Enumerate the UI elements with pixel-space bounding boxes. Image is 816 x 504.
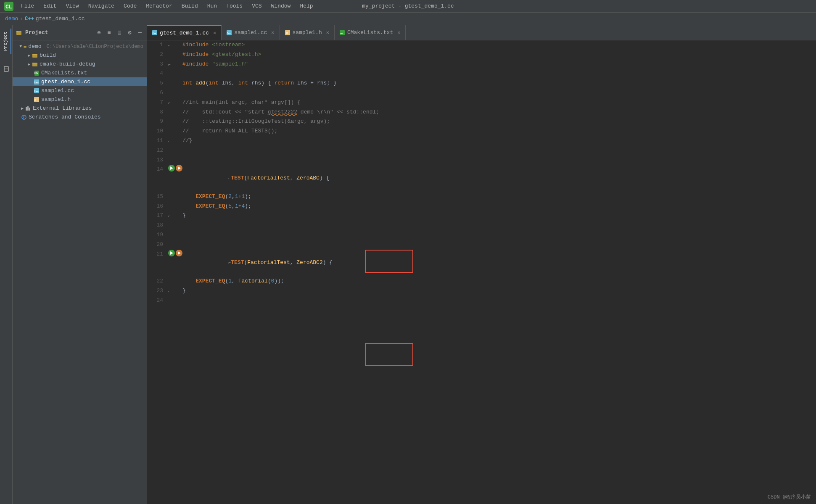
- gutter-4: [168, 69, 182, 79]
- code-line-13[interactable]: [182, 156, 816, 165]
- panel-icon-settings[interactable]: ⚙: [126, 28, 133, 37]
- code-line-8[interactable]: // std::cout << "start gtest2222 demo \r…: [182, 108, 816, 117]
- line-num-21: 21: [147, 250, 168, 277]
- include-file-gtest: <gtest/gtest.h>: [212, 51, 261, 58]
- tree-item-build[interactable]: ▶ build: [13, 51, 147, 60]
- code-line-1[interactable]: #include <iostream>: [182, 40, 816, 50]
- tab-close-sample1h[interactable]: ✕: [326, 29, 329, 36]
- tree-item-cmakelists[interactable]: CMk CMakeLists.txt: [13, 69, 147, 77]
- code-line-16[interactable]: EXPECT_EQ(5,1+4);: [182, 202, 816, 211]
- breadcrumb-project[interactable]: demo: [5, 16, 18, 22]
- tab-icon-gtest: C++: [152, 30, 157, 35]
- panel-icon-locate[interactable]: ⊕: [95, 28, 102, 37]
- fold-icon-17[interactable]: ⌐: [168, 214, 171, 219]
- code-line-12[interactable]: [182, 146, 816, 156]
- sidebar-icon-bookmark[interactable]: [1, 56, 11, 82]
- tab-cmakelists[interactable]: CMk CMakeLists.txt ✕: [335, 25, 406, 40]
- run-icon-green-21[interactable]: [168, 250, 175, 256]
- menu-tools[interactable]: Tools: [222, 2, 247, 10]
- code-line-24[interactable]: [182, 296, 816, 306]
- menu-navigate[interactable]: Navigate: [84, 2, 119, 10]
- code-line-9[interactable]: // ::testing::InitGoogleTest(&argc, argv…: [182, 117, 816, 127]
- line-num-16: 16: [147, 202, 168, 211]
- menu-refactor[interactable]: Refactor: [142, 2, 176, 10]
- menu-edit[interactable]: Edit: [39, 2, 61, 10]
- line-num-7: 7: [147, 98, 168, 108]
- svg-text:S: S: [23, 116, 24, 119]
- table-row: 3 ⌐ #include "sample1.h": [147, 60, 816, 69]
- code-line-17[interactable]: }: [182, 211, 816, 221]
- menu-vcs[interactable]: VCS: [248, 2, 266, 10]
- panel-icon-close[interactable]: ─: [137, 29, 143, 37]
- run-icons-21[interactable]: [168, 250, 182, 256]
- panel-icon-collapse[interactable]: ≡: [106, 29, 112, 37]
- kw-return: return: [274, 80, 294, 86]
- code-table: 1 ⌐ #include <iostream> 2 #include <gtes…: [147, 40, 816, 305]
- tab-close-sample1cc[interactable]: ✕: [271, 29, 274, 36]
- tree-item-demo-root[interactable]: ▼ demo C:\Users\dale\CLionProjects\demo: [13, 42, 147, 51]
- code-line-7[interactable]: //int main(int argc, char* argv[]) {: [182, 98, 816, 108]
- run-icon-orange-21[interactable]: [176, 250, 182, 256]
- menu-window[interactable]: Window: [267, 2, 295, 10]
- tree-item-cmakelists-label: CMakeLists.txt: [41, 70, 87, 76]
- tab-close-cmake[interactable]: ✕: [397, 29, 400, 36]
- table-row: 9 // ::testing::InitGoogleTest(&argc, ar…: [147, 117, 816, 127]
- menu-view[interactable]: View: [61, 2, 83, 10]
- sidebar-icon-project[interactable]: Project: [1, 29, 11, 54]
- run-icon-green-14[interactable]: [168, 165, 175, 172]
- code-line-19[interactable]: [182, 230, 816, 240]
- line-num-9: 9: [147, 117, 168, 127]
- comment-11: //}: [182, 137, 192, 144]
- tab-close-gtest[interactable]: ✕: [213, 30, 216, 36]
- macro-expect-eq-22: EXPECT_EQ: [195, 278, 225, 284]
- tab-gtest-demo[interactable]: C++ gtest_demo_1.cc ✕: [147, 25, 222, 40]
- menu-help[interactable]: Help: [296, 2, 317, 10]
- macro-expect-eq-15: EXPECT_EQ: [195, 193, 225, 200]
- tree-item-scratches[interactable]: S Scratches and Consoles: [13, 113, 147, 121]
- menu-build[interactable]: Build: [177, 2, 202, 10]
- num-1b: 1: [242, 193, 245, 200]
- code-line-20[interactable]: [182, 240, 816, 250]
- code-line-11[interactable]: //}: [182, 136, 816, 146]
- fold-icon-3[interactable]: ⌐: [168, 63, 171, 67]
- line-num-3: 3: [147, 60, 168, 69]
- tree-item-sample1cc[interactable]: C++ sample1.cc: [13, 86, 147, 95]
- fold-icon-11[interactable]: ⌐: [168, 139, 171, 144]
- fold-icon-1[interactable]: ⌐: [168, 43, 171, 48]
- code-line-14[interactable]: ⌐TEST(FactorialTest, ZeroABC) {: [182, 165, 816, 192]
- code-line-22[interactable]: EXPECT_EQ(1, Factorial(0));: [182, 277, 816, 286]
- num-5: 5: [228, 203, 232, 209]
- menu-file[interactable]: File: [17, 2, 38, 10]
- code-line-6[interactable]: [182, 88, 816, 98]
- code-line-15[interactable]: EXPECT_EQ(2,1+1);: [182, 192, 816, 202]
- window-title: my_project - gtest_demo_1.cc: [362, 3, 454, 9]
- tree-item-build-label: build: [40, 52, 56, 58]
- menu-code[interactable]: Code: [119, 2, 141, 10]
- tree-item-external-libs[interactable]: ▶ External Libraries: [13, 104, 147, 113]
- tree-item-cmake-build[interactable]: ▶ cmake-build-debug: [13, 60, 147, 69]
- tree-item-sample1h[interactable]: H sample1.h: [13, 95, 147, 104]
- tab-label-cmake: CMakeLists.txt: [347, 29, 393, 36]
- code-line-21[interactable]: ⌐TEST(FactorialTest, ZeroABC2) {: [182, 250, 816, 277]
- code-line-23[interactable]: }: [182, 286, 816, 296]
- code-line-5[interactable]: int add(int lhs, int rhs) { return lhs +…: [182, 79, 816, 88]
- code-line-3[interactable]: #include "sample1.h": [182, 60, 816, 69]
- fold-icon-7[interactable]: ⌐: [168, 101, 171, 106]
- breadcrumb-file[interactable]: gtest_demo_1.cc: [36, 16, 85, 22]
- tree-item-gtest-demo[interactable]: C++ gtest_demo_1.cc: [13, 77, 147, 86]
- code-line-10[interactable]: // return RUN_ALL_TESTS();: [182, 127, 816, 136]
- fold-icon-23[interactable]: ⌐: [168, 289, 171, 294]
- editor-wrapper[interactable]: 1 ⌐ #include <iostream> 2 #include <gtes…: [147, 40, 816, 504]
- run-icons-14[interactable]: [168, 165, 182, 172]
- code-line-4[interactable]: [182, 69, 816, 79]
- gutter-21: [168, 250, 182, 277]
- tab-sample1h[interactable]: H sample1.h ✕: [280, 25, 335, 40]
- run-icon-orange-14[interactable]: [176, 165, 182, 172]
- breadcrumb: demo › C++ gtest_demo_1.cc: [0, 13, 816, 25]
- code-line-2[interactable]: #include <gtest/gtest.h>: [182, 50, 816, 60]
- code-line-18[interactable]: [182, 221, 816, 230]
- panel-icon-expand[interactable]: ≣: [116, 28, 123, 37]
- gutter-23: ⌐: [168, 286, 182, 296]
- tab-sample1cc[interactable]: C++ sample1.cc ✕: [222, 25, 280, 40]
- menu-run[interactable]: Run: [203, 2, 221, 10]
